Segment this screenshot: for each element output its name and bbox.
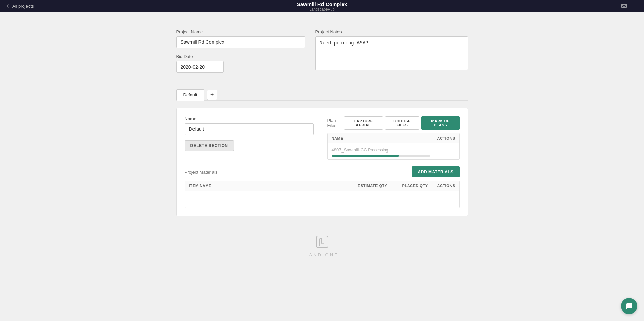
choose-files-label: CHOOSE FILES — [393, 119, 411, 127]
tab-add-label: + — [210, 92, 214, 98]
footer-logo: LAND ONE — [176, 233, 468, 257]
project-name-label: Project Name — [176, 29, 305, 34]
project-name-group: Project Name — [176, 29, 305, 48]
form-right: Project Notes — [315, 29, 468, 79]
plan-files-col-name-header: NAME — [332, 136, 343, 140]
delete-section-label: DELETE SECTION — [190, 143, 228, 148]
progress-bar-container — [332, 155, 430, 157]
chat-button[interactable] — [621, 298, 637, 314]
mat-col-est-header: ESTIMATE QTY — [347, 184, 387, 188]
project-notes-group: Project Notes — [315, 29, 468, 72]
footer-logo-text: LAND ONE — [305, 252, 338, 257]
plan-files-table: NAME ACTIONS 4807_Sawmill-CC Processing.… — [327, 133, 460, 160]
notification-icon[interactable] — [621, 3, 627, 9]
project-materials-header: Project Materials ADD MATERIALS — [185, 166, 460, 177]
back-label: All projects — [12, 4, 34, 9]
materials-table: ITEM NAME ESTIMATE QTY PLACED QTY ACTION… — [185, 181, 460, 208]
delete-section-button[interactable]: DELETE SECTION — [185, 140, 234, 151]
choose-files-button[interactable]: CHOOSE FILES — [385, 116, 420, 130]
chat-icon — [625, 302, 633, 310]
capture-aerial-button[interactable]: CAPTURE AERIAL — [344, 116, 383, 130]
footer: LAND ONE — [176, 223, 468, 264]
bid-date-group: Bid Date — [176, 54, 305, 73]
tab-default[interactable]: Default — [176, 89, 204, 101]
menu-icon[interactable] — [632, 4, 639, 8]
project-notes-label: Project Notes — [315, 29, 468, 34]
project-name-input[interactable] — [176, 36, 305, 48]
mat-col-actions-header: ACTIONS — [428, 184, 455, 188]
add-materials-label: ADD MATERIALS — [418, 170, 454, 174]
plan-files-actions: CAPTURE AERIAL CHOOSE FILES MARK UP PLAN… — [344, 116, 460, 130]
section-divider — [176, 101, 468, 101]
app-subtitle: LandscapeHub — [297, 7, 347, 11]
tabs-row: Default + — [176, 89, 468, 101]
project-form: Project Name Bid Date Project Notes — [176, 29, 468, 79]
plan-file-name: 4807_Sawmill-CC Processing... — [332, 147, 455, 153]
form-left: Project Name Bid Date — [176, 29, 305, 79]
plan-files-col-actions-header: ACTIONS — [437, 136, 455, 140]
section-card: Name DELETE SECTION Plan Files CAPTURE A… — [176, 108, 468, 216]
section-name-label: Name — [185, 116, 314, 121]
materials-table-header: ITEM NAME ESTIMATE QTY PLACED QTY ACTION… — [185, 181, 459, 191]
plan-files-label: Plan Files — [327, 118, 344, 128]
svg-point-5 — [319, 245, 320, 246]
project-materials-section: Project Materials ADD MATERIALS ITEM NAM… — [185, 166, 460, 208]
section-right: Plan Files CAPTURE AERIAL CHOOSE FILES M… — [327, 116, 460, 160]
progress-bar-fill — [332, 155, 399, 157]
project-notes-textarea[interactable] — [315, 36, 468, 70]
tab-default-label: Default — [183, 92, 197, 97]
app-title-block: Sawmill Rd Complex LandscapeHub — [297, 1, 347, 11]
capture-aerial-label: CAPTURE AERIAL — [354, 119, 373, 127]
section-left: Name DELETE SECTION — [185, 116, 314, 160]
mat-col-name-header: ITEM NAME — [189, 184, 347, 188]
top-nav: All projects Sawmill Rd Complex Landscap… — [0, 0, 644, 12]
tab-add-button[interactable]: + — [207, 90, 217, 100]
plan-file-row: 4807_Sawmill-CC Processing... — [328, 143, 459, 159]
project-materials-label: Project Materials — [185, 170, 218, 175]
logo-icon — [314, 233, 331, 250]
bid-date-input[interactable] — [176, 61, 224, 73]
mark-up-plans-button[interactable]: MARK UP PLANS — [421, 116, 459, 130]
bid-date-label: Bid Date — [176, 54, 305, 59]
main-content: Project Name Bid Date Project Notes Defa… — [169, 12, 475, 278]
mat-col-placed-header: PLACED QTY — [387, 184, 428, 188]
section-top: Name DELETE SECTION Plan Files CAPTURE A… — [185, 116, 460, 160]
plan-files-header: Plan Files CAPTURE AERIAL CHOOSE FILES M… — [327, 116, 460, 130]
app-title: Sawmill Rd Complex — [297, 1, 347, 7]
add-materials-button[interactable]: ADD MATERIALS — [412, 166, 460, 177]
plan-files-table-header: NAME ACTIONS — [328, 133, 459, 143]
back-button[interactable]: All projects — [5, 4, 34, 9]
section-name-input[interactable] — [185, 123, 314, 135]
nav-actions — [621, 3, 639, 9]
plan-file-name-text: 4807_Sawmill-CC — [332, 147, 367, 153]
mark-up-plans-label: MARK UP PLANS — [431, 119, 450, 127]
plan-file-status: Processing... — [368, 148, 391, 153]
